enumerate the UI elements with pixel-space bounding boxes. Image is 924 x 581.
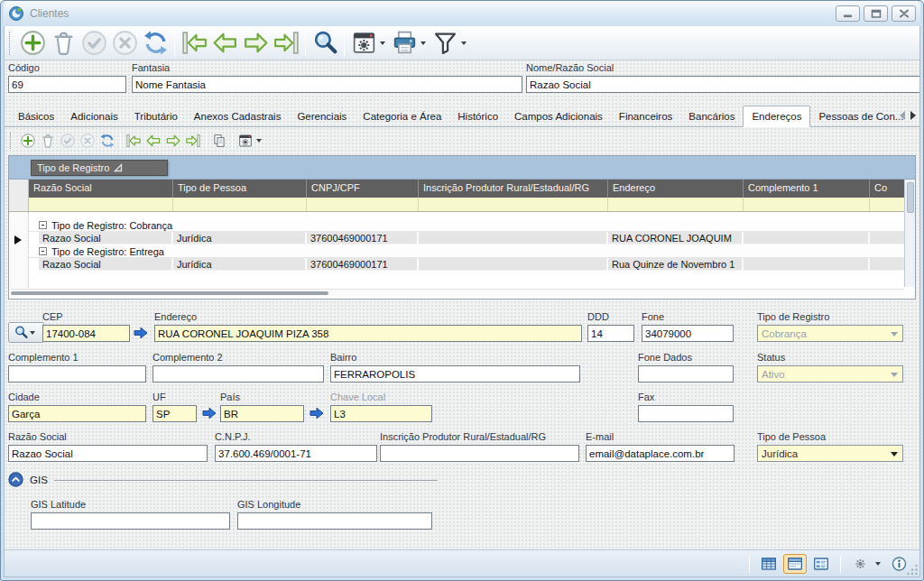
endereco-input[interactable]	[154, 325, 582, 342]
razao-social-input[interactable]	[8, 445, 208, 462]
col-header-complemento-2[interactable]: Co	[870, 180, 906, 198]
cell-razao-social[interactable]: Razao Social	[39, 258, 173, 271]
filter-cell[interactable]	[870, 198, 906, 211]
pais-input[interactable]	[220, 405, 304, 422]
cidade-input[interactable]	[8, 405, 146, 422]
filter-cell[interactable]	[29, 198, 173, 211]
complemento1-input[interactable]	[8, 365, 146, 383]
dropdown-caret-icon[interactable]	[420, 42, 426, 45]
grid-delete-button[interactable]	[38, 131, 58, 151]
dropdown-caret-icon[interactable]	[875, 562, 881, 566]
dropdown-caret-icon[interactable]	[256, 139, 262, 143]
horizontal-scrollbar-thumb[interactable]	[11, 291, 328, 295]
grid-cancel-button[interactable]	[78, 131, 97, 151]
nav-last-button[interactable]	[271, 28, 301, 59]
filter-cell[interactable]	[419, 198, 608, 211]
nav-prev-button[interactable]	[209, 28, 240, 59]
grid-groupby-band[interactable]: Tipo de Registro	[9, 156, 915, 180]
tab-gerenciais[interactable]: Gerenciais	[289, 106, 355, 126]
ddd-input[interactable]	[587, 325, 634, 342]
horizontal-scrollbar[interactable]	[11, 289, 904, 296]
vertical-scrollbar-thumb[interactable]	[907, 182, 914, 213]
grid-options-button[interactable]	[236, 131, 255, 151]
fone-input[interactable]	[642, 325, 734, 342]
grid-copy-button[interactable]	[209, 131, 229, 151]
cell-tipo-de-pessoa[interactable]: Jurídica	[173, 232, 307, 244]
cell-complemento-1[interactable]	[744, 232, 870, 244]
search-button[interactable]	[310, 28, 340, 59]
nome-razao-input[interactable]	[526, 76, 920, 93]
resize-grip[interactable]	[906, 563, 919, 576]
col-header-endereco[interactable]: Endereço	[608, 180, 744, 198]
toolbar-gripper[interactable]	[10, 133, 14, 149]
report-options-button[interactable]	[348, 28, 379, 59]
tipo-registro-select[interactable]: Cobrança	[757, 325, 903, 342]
table-row[interactable]: Razao Social Jurídica 37600469000171 Rua…	[29, 258, 906, 271]
add-button[interactable]	[17, 28, 48, 59]
tab-anexos-cadastrais[interactable]: Anexos Cadastrais	[186, 106, 290, 126]
fone-dados-input[interactable]	[638, 365, 734, 383]
grid-confirm-button[interactable]	[58, 131, 78, 151]
uf-input[interactable]	[152, 405, 197, 422]
tab-adicionais[interactable]: Adicionais	[62, 106, 125, 126]
tab-historico[interactable]: Histórico	[449, 106, 506, 126]
view-form-button[interactable]	[783, 554, 807, 574]
grid-refresh-button[interactable]	[97, 131, 117, 151]
close-button[interactable]	[892, 5, 916, 22]
tab-financeiros[interactable]: Financeiros	[611, 106, 680, 126]
fax-input[interactable]	[638, 405, 734, 422]
tab-bancarios[interactable]: Bancários	[680, 106, 743, 126]
filter-button[interactable]	[430, 28, 460, 59]
toolbar-gripper[interactable]	[9, 32, 13, 55]
dropdown-caret-icon[interactable]	[30, 331, 35, 335]
tab-categoria-e-area[interactable]: Categoria e Área	[355, 106, 449, 126]
tab-basicos[interactable]: Básicos	[10, 106, 62, 126]
gis-collapse-button[interactable]	[8, 472, 23, 487]
fantasia-input[interactable]	[132, 76, 522, 93]
cell-cnpj-cpf[interactable]: 37600469000171	[307, 232, 419, 244]
bairro-input[interactable]	[330, 365, 580, 383]
tab-enderecos[interactable]: Endereços	[743, 106, 810, 127]
view-list-button[interactable]	[809, 554, 833, 574]
dropdown-caret-icon[interactable]	[380, 42, 385, 45]
cancel-button[interactable]	[109, 28, 140, 59]
gis-latitude-input[interactable]	[31, 512, 230, 530]
collapse-icon[interactable]	[39, 221, 47, 229]
tab-scroll-right-icon[interactable]	[910, 111, 916, 120]
col-header-inscricao[interactable]: Inscrição Produtor Rural/Estadual/RG	[419, 180, 608, 198]
cnpj-input[interactable]	[215, 445, 377, 462]
filter-cell[interactable]	[173, 198, 307, 211]
title-bar[interactable]: Clientes	[4, 1, 920, 26]
cell-complemento-1[interactable]	[744, 258, 870, 271]
group-row-entrega[interactable]: Tipo de Registro: Entrega	[29, 245, 906, 258]
grid-nav-next-button[interactable]	[163, 131, 183, 151]
email-input[interactable]	[586, 445, 735, 462]
cep-lookup-button[interactable]	[8, 322, 44, 343]
groupby-box[interactable]: Tipo de Registro	[31, 160, 168, 176]
complemento2-input[interactable]	[152, 365, 324, 383]
tab-tributario[interactable]: Tributário	[126, 106, 186, 126]
cell-endereco[interactable]: RUA CORONEL JOAQUIM	[608, 232, 744, 244]
cell-complemento-2[interactable]	[870, 232, 906, 244]
filter-cell[interactable]	[744, 198, 870, 211]
codigo-input[interactable]	[8, 76, 126, 93]
tab-pessoas-de-contato[interactable]: Pessoas de Con...	[810, 106, 911, 126]
refresh-button[interactable]	[140, 28, 171, 59]
cep-input[interactable]	[42, 325, 130, 342]
cell-inscricao[interactable]	[419, 258, 608, 271]
delete-button[interactable]	[48, 28, 79, 59]
tipo-pessoa-select[interactable]: Jurídica	[757, 445, 903, 462]
dropdown-caret-icon[interactable]	[461, 42, 467, 45]
grid-add-button[interactable]	[18, 131, 38, 151]
print-button[interactable]	[389, 28, 420, 59]
table-row[interactable]: Razao Social Jurídica 37600469000171 RUA…	[29, 232, 906, 244]
collapse-icon[interactable]	[39, 247, 47, 255]
grid-nav-prev-button[interactable]	[143, 131, 163, 151]
cell-inscricao[interactable]	[419, 232, 608, 244]
col-header-razao-social[interactable]: Razão Social	[29, 180, 173, 198]
filter-cell[interactable]	[307, 198, 419, 211]
vertical-scrollbar[interactable]	[904, 180, 915, 287]
maximize-button[interactable]	[864, 5, 888, 22]
settings-button[interactable]	[848, 554, 872, 574]
inscricao-input[interactable]	[380, 445, 579, 462]
